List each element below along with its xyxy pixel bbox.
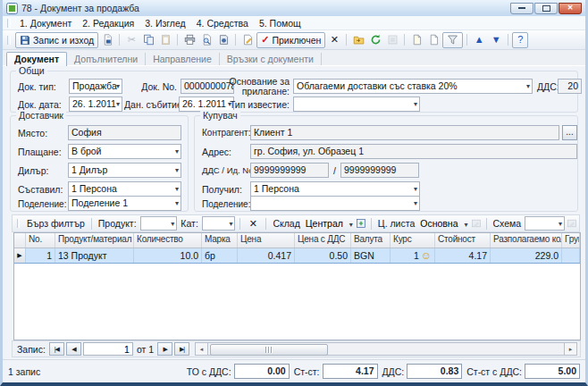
cut-button[interactable]: ✂ [123, 32, 139, 48]
menu-help[interactable]: 5. Помощ [254, 18, 307, 29]
move-down-button[interactable]: ▼ [488, 32, 504, 48]
product-filter-select[interactable] [140, 216, 178, 231]
toolbar-main: Запис и изход ✂ [3, 30, 585, 50]
menu-view[interactable]: 3. Изглед [139, 18, 191, 29]
category-filter-select[interactable] [202, 216, 236, 231]
status-bar: 1 запис ТО с ДДС: 0.00 Ст-ст: 4.17 ДДС: … [3, 359, 585, 382]
copy-button[interactable] [140, 32, 156, 48]
close-button[interactable]: ✕ [559, 3, 582, 14]
price-list-edit-button[interactable] [471, 217, 482, 231]
price-list-edit-icon [471, 218, 482, 229]
column-header-quantity[interactable]: Количество [134, 233, 202, 248]
delete-button[interactable]: ✕ [326, 32, 342, 48]
vat-no-field: 9999999999 [250, 163, 329, 178]
completed-toggle[interactable]: ✓ Приключен [256, 32, 325, 48]
last-record-button[interactable]: ▶| [174, 342, 189, 356]
filter-separator [486, 218, 487, 230]
filter-button[interactable] [442, 32, 463, 48]
contragent-browse-button[interactable]: ... [562, 125, 577, 140]
next-record-button[interactable]: ▶ [157, 342, 172, 356]
clear-filter-button[interactable]: ✕ [245, 215, 261, 231]
scroll-right-button[interactable]: ▸ [564, 342, 577, 356]
total-vat-value: 0.83 [407, 364, 462, 379]
app-icon [6, 3, 18, 14]
menu-tools[interactable]: 4. Средства [191, 18, 254, 29]
supplier-division-label: Поделение: [18, 199, 66, 209]
payment-label: Плащане: [18, 147, 62, 157]
tab-document[interactable]: Документ [6, 52, 67, 66]
minimize-button[interactable] [510, 3, 533, 14]
prev-record-button[interactable]: ◀ [66, 342, 81, 356]
properties-button[interactable] [384, 32, 400, 48]
group-general: Общи Док. тип: Продажба Док. No. 0000000… [10, 71, 578, 113]
toolbar-separator [346, 34, 347, 46]
refresh-button[interactable] [367, 32, 383, 48]
supplier-division-select[interactable]: Поделение 1 [68, 196, 181, 211]
price-list-select[interactable]: Основна [418, 218, 468, 229]
first-record-button[interactable]: |◀ [49, 342, 64, 356]
paste-document-button[interactable] [425, 32, 441, 48]
record-label: Запис: [15, 344, 47, 355]
scrollbar-track[interactable] [208, 342, 564, 356]
column-header-available[interactable]: Разполагаемо кол. [491, 233, 562, 248]
column-header-selector [14, 233, 26, 248]
buyer-division-select[interactable] [250, 196, 420, 211]
print-button[interactable] [181, 32, 197, 48]
composed-by-select[interactable]: 1 Персона [68, 181, 181, 197]
column-header-price[interactable]: Цена [238, 233, 295, 248]
maximize-button[interactable] [534, 3, 558, 14]
notice-type-select[interactable] [293, 96, 420, 112]
paste-button[interactable] [157, 32, 173, 48]
notice-type-label: Тип известие: [225, 99, 290, 110]
tab-additional[interactable]: Допълнителни [67, 53, 146, 65]
column-header-currency[interactable]: Валута [351, 233, 391, 248]
scroll-left-button[interactable]: ◂ [195, 342, 208, 356]
scheme-select[interactable] [525, 216, 565, 231]
warehouse-select[interactable]: Централ [304, 218, 354, 229]
copy-document-button[interactable] [408, 32, 424, 48]
column-header-price-vat[interactable]: Цена с ДДС [295, 233, 351, 248]
doc-type-select[interactable]: Продажба [69, 79, 122, 94]
column-header-value[interactable]: Стойност [435, 233, 491, 248]
page-setup-button[interactable] [215, 32, 231, 48]
scheme-label: Схема [491, 218, 524, 229]
record-position-input[interactable]: 1 [83, 342, 133, 356]
warehouse-info-button[interactable] [356, 217, 366, 231]
column-header-product[interactable]: Продукт/материал / [55, 233, 134, 248]
received-by-select[interactable]: 1 Персона [250, 181, 420, 197]
price-list-label: Ц. листа [376, 218, 416, 229]
column-header-unit[interactable]: Марка [202, 233, 238, 248]
app-window: 78 - Документ за продажба ✕ 1. Документ … [0, 0, 588, 386]
scheme-edit-button[interactable] [567, 217, 577, 231]
filter-separator [91, 218, 92, 230]
save-new-button[interactable] [99, 32, 115, 48]
row-selector-icon: ▶ [17, 252, 21, 259]
column-header-rate[interactable]: Курс [391, 233, 435, 248]
product-filter-label: Продукт: [97, 218, 139, 229]
edit-note-button[interactable] [239, 32, 256, 48]
payment-select[interactable]: В брой [68, 144, 181, 159]
table-row[interactable]: ▶ 1 13 Продукт 10.0 бр 0.417 0.50 BGN 1 … [14, 248, 580, 264]
save-exit-button[interactable]: Запис и изход [15, 32, 98, 48]
doc-date-select[interactable]: 26. 1.2011 [69, 96, 122, 112]
menu-edit[interactable]: 2. Редакция [77, 18, 139, 29]
quick-filter-button[interactable]: Бърз филтър [25, 218, 87, 229]
ellipsis-icon: ... [566, 127, 573, 137]
paste-document-icon [428, 34, 440, 46]
vat-label: ДДС: [537, 81, 559, 92]
close-icon: ✕ [567, 4, 574, 12]
place-label: Място: [18, 128, 47, 138]
dealer-select[interactable]: 1 Дилър [68, 163, 181, 178]
tab-document-links[interactable]: Връзки с документи [220, 53, 322, 65]
scrollbar-thumb[interactable] [210, 344, 328, 356]
column-header-no[interactable]: No. [26, 233, 55, 248]
archive-button[interactable] [350, 32, 366, 48]
move-up-button[interactable]: ▲ [471, 32, 487, 48]
menu-document[interactable]: 1. Документ [14, 18, 77, 29]
tab-direction[interactable]: Направление [146, 53, 220, 65]
help-button[interactable]: ? [512, 32, 528, 48]
basis-select[interactable]: Облагаеми доставки със ставка 20% [293, 79, 533, 94]
completed-label: Приключен [272, 35, 321, 46]
print-preview-button[interactable] [198, 32, 214, 48]
column-header-group[interactable]: Група [562, 233, 580, 248]
